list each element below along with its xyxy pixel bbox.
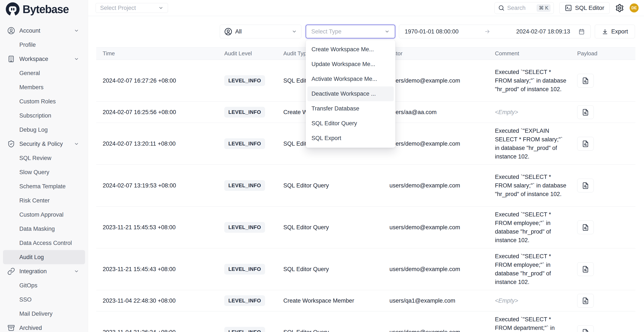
sidebar-item-data-access-control[interactable]: Data Access Control xyxy=(3,236,85,250)
cell-actor: users/demo@example.com xyxy=(383,182,488,189)
date-range-picker[interactable]: 1970-01-01 08:00:00 2024-02-07 18:09:13 xyxy=(399,25,591,38)
sidebar-item-members[interactable]: Members xyxy=(3,80,85,94)
payload-view-button[interactable] xyxy=(577,325,594,332)
audit-level-badge: LEVEL_INFO xyxy=(224,295,265,306)
cell-comment: Executed `"SELECT * FROM employee;"` in … xyxy=(488,210,571,244)
sidebar-item-custom-roles[interactable]: Custom Roles xyxy=(3,94,85,109)
chevron-down-icon xyxy=(292,29,297,34)
cell-audit-type: Create Workspace Member xyxy=(277,298,383,304)
link-icon xyxy=(7,267,15,275)
chevron-down-icon xyxy=(74,141,79,147)
search-shortcut-badge: ⌘ K xyxy=(536,4,550,12)
brand-logo[interactable]: Bytebase xyxy=(6,2,69,16)
terminal-icon xyxy=(565,4,572,11)
sidebar-item-mail-delivery[interactable]: Mail Delivery xyxy=(3,307,85,321)
payload-view-button[interactable] xyxy=(577,220,594,234)
menu-item-activate-workspace-member[interactable]: Activate Workspace Me... xyxy=(306,72,395,86)
table-row: 2024-02-07 13:19:53 +08:00 LEVEL_INFO SQ… xyxy=(96,165,636,206)
sidebar: Bytebase Account Profile Workspace Gener… xyxy=(0,0,88,332)
cell-comment: Executed `"SELECT * FROM department;"` i… xyxy=(488,315,571,332)
sidebar-item-subscription[interactable]: Subscription xyxy=(3,109,85,123)
table-row: 2023-11-04 21:26:24 +08:00 LEVEL_INFO SQ… xyxy=(96,312,636,332)
payload-view-button[interactable] xyxy=(577,74,594,88)
audit-level-badge: LEVEL_INFO xyxy=(224,107,265,118)
chevron-down-icon xyxy=(74,269,79,274)
chevron-down-icon xyxy=(74,56,79,62)
menu-item-transfer-database[interactable]: Transfer Database xyxy=(306,101,395,116)
cell-actor: users/aa@aa.com xyxy=(383,109,488,116)
sidebar-group-account[interactable]: Account xyxy=(3,24,85,38)
avatar[interactable]: DE xyxy=(630,3,639,12)
file-search-icon xyxy=(582,109,589,116)
actor-filter-select[interactable]: All xyxy=(220,25,302,38)
sidebar-group-security-policy[interactable]: Security & Policy xyxy=(3,137,85,151)
payload-view-button[interactable] xyxy=(577,105,594,119)
type-filter-menu: Create Workspace Me... Update Workspace … xyxy=(306,40,396,148)
cell-comment: Executed `"SELECT * FROM salary;"` in da… xyxy=(488,68,571,94)
user-circle-icon xyxy=(7,27,15,34)
archive-icon xyxy=(7,324,15,332)
sidebar-item-archived[interactable]: Archived xyxy=(3,321,85,332)
chevron-down-icon xyxy=(158,5,164,10)
cell-time: 2024-02-07 16:27:26 +08:00 xyxy=(96,77,218,84)
file-search-icon xyxy=(582,140,589,147)
sidebar-item-debug-log[interactable]: Debug Log xyxy=(3,123,85,137)
sidebar-item-profile[interactable]: Profile xyxy=(3,38,85,52)
sidebar-item-gitops[interactable]: GitOps xyxy=(3,278,85,293)
table-row: 2023-11-04 22:48:30 +08:00 LEVEL_INFO Cr… xyxy=(96,290,636,312)
menu-item-update-workspace-member[interactable]: Update Workspace Me... xyxy=(306,57,395,72)
menu-item-deactivate-workspace-member[interactable]: Deactivate Workspace ... xyxy=(308,86,394,101)
sidebar-group-workspace[interactable]: Workspace xyxy=(3,52,85,66)
cell-time: 2023-11-04 21:26:24 +08:00 xyxy=(96,329,218,332)
cell-time: 2024-02-07 13:19:53 +08:00 xyxy=(96,182,218,189)
bytebase-logo-icon xyxy=(6,2,20,16)
sidebar-item-slow-query[interactable]: Slow Query xyxy=(3,165,85,179)
sidebar-item-risk-center[interactable]: Risk Center xyxy=(3,193,85,208)
sidebar-item-data-masking[interactable]: Data Masking xyxy=(3,222,85,236)
search-box[interactable]: ⌘ K xyxy=(494,2,554,14)
search-input[interactable] xyxy=(507,5,534,11)
cell-time: 2024-02-07 13:20:11 +08:00 xyxy=(96,141,218,147)
sidebar-item-custom-approval[interactable]: Custom Approval xyxy=(3,208,85,222)
menu-item-sql-editor-query[interactable]: SQL Editor Query xyxy=(306,116,395,131)
project-select[interactable]: Select Project xyxy=(96,3,168,13)
sidebar-item-general[interactable]: General xyxy=(3,66,85,80)
brand-name: Bytebase xyxy=(22,3,69,16)
column-header-actor: Actor xyxy=(383,50,488,57)
sql-editor-button[interactable]: SQL Editor xyxy=(559,2,610,14)
cell-actor: users/demo@example.com xyxy=(383,224,488,231)
payload-view-button[interactable] xyxy=(577,179,594,192)
date-to: 2024-02-07 18:09:13 xyxy=(516,28,570,35)
cell-comment: Executed `"SELECT * FROM employee;"` in … xyxy=(488,252,571,286)
menu-item-sql-export[interactable]: SQL Export xyxy=(306,131,395,146)
audit-level-badge: LEVEL_INFO xyxy=(224,264,265,275)
payload-view-button[interactable] xyxy=(577,262,594,276)
menu-item-create-workspace-member[interactable]: Create Workspace Me... xyxy=(306,42,395,57)
sql-editor-label: SQL Editor xyxy=(575,4,604,11)
sidebar-group-integration[interactable]: Integration xyxy=(3,264,85,278)
payload-view-button[interactable] xyxy=(577,137,594,151)
cell-actor: users/qa1@example.com xyxy=(383,298,488,304)
cell-time: 2023-11-21 15:45:53 +08:00 xyxy=(96,224,218,231)
topbar: Select Project ⌘ K SQL Editor DE xyxy=(88,0,644,16)
cell-time: 2024-02-07 16:25:56 +08:00 xyxy=(96,109,218,116)
cell-audit-type: SQL Editor Query xyxy=(277,182,383,189)
file-search-icon xyxy=(582,77,589,84)
sidebar-item-sso[interactable]: SSO xyxy=(3,293,85,307)
cell-comment: Executed `"SELECT * FROM salary;"` in da… xyxy=(488,173,571,198)
table-row: 2023-11-21 15:45:53 +08:00 LEVEL_INFO SQ… xyxy=(96,206,636,248)
arrow-right-icon xyxy=(484,28,490,34)
actor-filter-value: All xyxy=(235,28,289,35)
cell-comment: <Empty> xyxy=(488,108,571,117)
sidebar-item-sql-review[interactable]: SQL Review xyxy=(3,151,85,165)
export-button[interactable]: Export xyxy=(595,25,635,38)
sidebar-nav: Account Profile Workspace General Member… xyxy=(0,24,88,332)
sidebar-item-audit-log[interactable]: Audit Log xyxy=(3,250,85,264)
sidebar-item-schema-template[interactable]: Schema Template xyxy=(3,179,85,193)
type-filter-select[interactable]: Select Type xyxy=(306,25,395,38)
gear-icon[interactable] xyxy=(615,4,624,12)
chevron-down-icon xyxy=(74,28,79,33)
user-circle-icon xyxy=(224,28,232,36)
payload-view-button[interactable] xyxy=(577,294,594,308)
type-filter-placeholder: Select Type xyxy=(311,28,384,35)
